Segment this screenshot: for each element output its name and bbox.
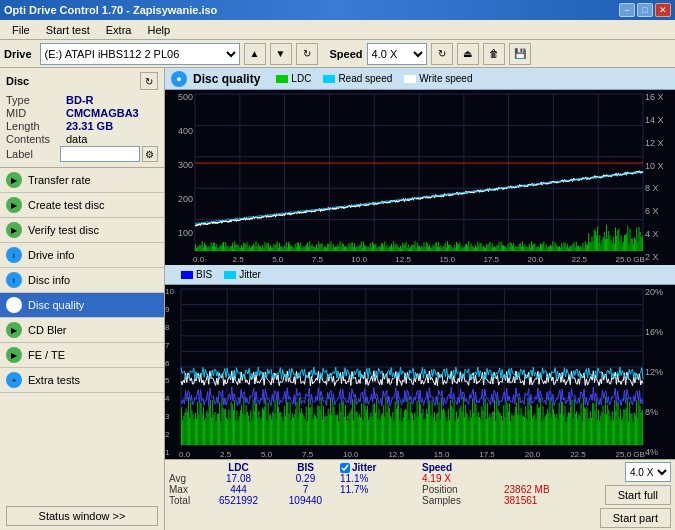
sidebar-item-extra-tests[interactable]: + Extra tests [0,368,164,393]
bis-legend-color [181,271,193,279]
window-controls: − □ ✕ [619,3,671,17]
total-bis: 109440 [273,495,338,506]
y-label-100: 100 [165,228,195,238]
avg-speed-label: Position [422,484,502,495]
drive-down-button[interactable]: ▼ [270,43,292,65]
x-label-2_5: 2.5 [233,255,244,264]
titlebar: Opti Drive Control 1.70 - Zapisywanie.is… [0,0,675,20]
stats-ldc-header: LDC [206,462,271,473]
drive-up-button[interactable]: ▲ [244,43,266,65]
menu-file[interactable]: File [4,22,38,38]
start-full-button[interactable]: Start full [605,485,671,505]
disc-section-title: Disc [6,75,29,87]
nav-icon-cd-bler: ▶ [6,322,22,338]
stats-speed-header: Speed [422,462,502,473]
nav-icon-extra-tests: + [6,372,22,388]
jitter-checkbox[interactable] [340,463,350,473]
nav-icon-fe-te: ▶ [6,347,22,363]
sidebar-item-cd-bler[interactable]: ▶ CD Bler [0,318,164,343]
sidebar-item-disc-info[interactable]: i Disc info [0,268,164,293]
disc-label-label: Label [6,148,60,160]
by-12pct: 12% [645,367,675,377]
menu-help[interactable]: Help [139,22,178,38]
speed-dropdown[interactable]: 4.0 X [625,462,671,482]
bottom-chart: 10 9 8 7 6 5 4 3 2 1 20% 16% 12% 8% [165,285,675,459]
read-speed-legend-color [323,75,335,83]
drive-refresh-button[interactable]: ↻ [296,43,318,65]
disc-mid-value: CMCMAGBA3 [66,107,139,119]
start-part-button[interactable]: Start part [600,508,671,528]
stats-bis-header: BIS [273,462,338,473]
eject-button[interactable]: ⏏ [457,43,479,65]
disc-label-input[interactable] [60,146,140,162]
nav-label-fe-te: FE / TE [28,349,65,361]
sidebar-item-transfer-rate[interactable]: ▶ Transfer rate [0,168,164,193]
sidebar-item-drive-info[interactable]: i Drive info [0,243,164,268]
max-bis: 7 [273,484,338,495]
menu-start-test[interactable]: Start test [38,22,98,38]
bis-legend-label: BIS [196,269,212,280]
by-10: 10 [165,287,179,296]
nav-label-create-test-disc: Create test disc [28,199,104,211]
sidebar-item-verify-test-disc[interactable]: ▶ Verify test disc [0,218,164,243]
nav-icon-disc-info: i [6,272,22,288]
menu-extra[interactable]: Extra [98,22,140,38]
sidebar-item-fe-te[interactable]: ▶ FE / TE [0,343,164,368]
total-label: Total [169,495,204,506]
y-speed-6x: 6 X [645,206,675,216]
stats-extra-header [504,462,584,473]
maximize-button[interactable]: □ [637,3,653,17]
avg-bis: 0.29 [273,473,338,484]
disc-length-label: Length [6,120,66,132]
bx-0: 0.0 [179,450,190,459]
y-speed-16x: 16 X [645,92,675,102]
avg-label: Avg [169,473,204,484]
x-label-7_5: 7.5 [312,255,323,264]
content-header: ● Disc quality LDC Read speed Write spee… [165,68,675,90]
stats-empty-header [169,462,204,473]
x-label-0: 0.0 [193,255,204,264]
bx-5: 5.0 [261,450,272,459]
drive-select[interactable]: (E:) ATAPI iHBS112 2 PL06 [40,43,240,65]
bx-10: 10.0 [343,450,359,459]
drivebar: Drive (E:) ATAPI iHBS112 2 PL06 ▲ ▼ ↻ Sp… [0,40,675,68]
content-title: Disc quality [193,72,260,86]
max-label: Max [169,484,204,495]
disc-refresh-button[interactable]: ↻ [140,72,158,90]
y-speed-4x: 4 X [645,229,675,239]
max-ldc: 444 [206,484,271,495]
close-button[interactable]: ✕ [655,3,671,17]
minimize-button[interactable]: − [619,3,635,17]
y-label-400: 400 [165,126,195,136]
by-8: 8 [165,323,179,332]
x-label-10: 10.0 [351,255,367,264]
y-speed-12x: 12 X [645,138,675,148]
x-label-5: 5.0 [272,255,283,264]
speed-select[interactable]: 4.0 X 2.0 X 6.0 X 8.0 X [367,43,427,65]
max-speed-val: 4.19 X [422,473,502,484]
sidebar: Disc ↻ Type BD-R MID CMCMAGBA3 Length 23… [0,68,165,530]
speed-refresh-button[interactable]: ↻ [431,43,453,65]
erase-button[interactable]: 🗑 [483,43,505,65]
by-7: 7 [165,341,179,350]
by-1: 1 [165,448,179,457]
bx-25: 25.0 GB [616,450,645,459]
by-5: 5 [165,376,179,385]
disc-quality-icon: ● [171,71,187,87]
disc-info-panel: Disc ↻ Type BD-R MID CMCMAGBA3 Length 23… [0,68,164,168]
save-button[interactable]: 💾 [509,43,531,65]
y-speed-14x: 14 X [645,115,675,125]
total-speed-label: Samples [422,495,502,506]
x-label-20: 20.0 [527,255,543,264]
sidebar-item-disc-quality[interactable]: ★ Disc quality [0,293,164,318]
disc-contents-label: Contents [6,133,66,145]
avg-ldc: 17.08 [206,473,271,484]
nav-label-verify-test-disc: Verify test disc [28,224,99,236]
status-window-button[interactable]: Status window >> [6,506,158,526]
disc-label-button[interactable]: ⚙ [142,146,158,162]
bx-15: 15.0 [434,450,450,459]
max-jitter: 11.7% [340,484,420,495]
sidebar-item-create-test-disc[interactable]: ▶ Create test disc [0,193,164,218]
nav-label-disc-quality: Disc quality [28,299,84,311]
bx-20: 20.0 [525,450,541,459]
